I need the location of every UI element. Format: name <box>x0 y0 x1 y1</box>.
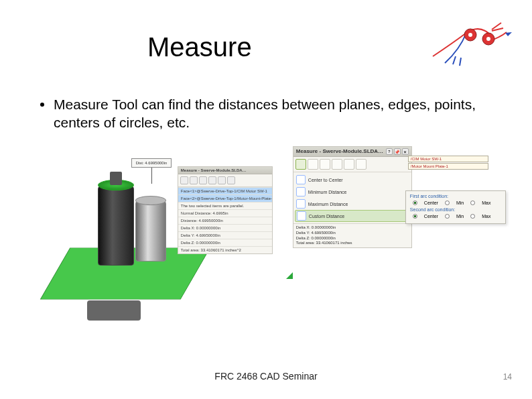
projected-button[interactable] <box>332 159 342 170</box>
panel2-toolbar <box>293 157 411 172</box>
distance-callout: Dist: 4.6995000in <box>131 158 172 168</box>
tool-icon[interactable] <box>218 176 226 184</box>
delta-readout: Delta X: 0.00000000in Delta Y: 4.6995000… <box>293 223 411 247</box>
menu-maximum-distance[interactable]: Maximum Distance <box>293 198 411 210</box>
total-area: Total area: 33.41060171 inches <box>296 241 409 246</box>
delta-x: Delta X: 0.00000000in <box>178 224 272 231</box>
note-text: The two selected items are parallel. <box>178 202 272 209</box>
figure-right: Measure - Swerve-Module.SLDA… ? 📌 ✕ <box>293 146 498 274</box>
menu-custom-distance[interactable]: Custom Distance <box>295 210 410 222</box>
radio-min-1[interactable] <box>445 201 450 205</box>
radio-label: Min <box>456 214 464 219</box>
first-arc-heading: First arc condition: <box>410 194 501 198</box>
panel2-title-text: Measure - Swerve-Module.SLDA… <box>296 148 383 155</box>
measure-mode-menu: Center to Center Minimum Distance Maximu… <box>293 172 411 223</box>
menu-center-to-center[interactable]: Center to Center <box>293 174 411 186</box>
tool-icon[interactable] <box>190 176 198 184</box>
min-icon <box>296 187 306 196</box>
selection-field-2[interactable]: /Motor Mount Plate-1 <box>408 163 488 170</box>
distance: Distance: 4.69950000in <box>178 217 272 224</box>
page-title: Measure <box>147 32 252 62</box>
radio-label: Max <box>482 201 490 205</box>
tool-icon[interactable] <box>199 176 207 184</box>
radio-min-2[interactable] <box>445 214 450 219</box>
second-arc-heading: Second arc condition: <box>410 207 501 212</box>
pin-icon[interactable]: 📌 <box>394 148 401 155</box>
radio-max-2[interactable] <box>470 214 475 219</box>
total-area: Total area: 33.41060171 inches^2 <box>178 246 272 253</box>
normal-distance: Normal Distance: 4.6995in <box>178 209 272 217</box>
tool-icon[interactable] <box>180 176 188 184</box>
measure-panel-left: Measure - Swerve-Module.SLDA… Face<1>@Sw… <box>178 166 273 254</box>
radio-label: Center <box>424 201 438 205</box>
hub-part <box>87 300 141 321</box>
bullet-dot-icon <box>40 103 44 107</box>
delta-z: Delta Z: 0.00000000in <box>296 236 409 241</box>
close-icon[interactable]: ✕ <box>402 148 409 155</box>
menu-label: Maximum Distance <box>308 202 348 207</box>
xyz-button[interactable] <box>320 159 330 170</box>
page-number: 14 <box>503 372 512 382</box>
bullet-item: Measure Tool can find the distances betw… <box>40 95 498 132</box>
selection-field-1[interactable]: /CIM Motor SW-1 <box>408 156 488 162</box>
selection-fields: /CIM Motor SW-1 /Motor Mount Plate-1 <box>408 156 488 170</box>
panel-title-bar: Measure - Swerve-Module.SLDA… <box>178 167 272 174</box>
menu-label: Center to Center <box>308 178 343 182</box>
radio-label: Center <box>424 214 438 219</box>
callout-leader <box>151 166 152 184</box>
sensor-button[interactable] <box>356 159 367 170</box>
help-icon[interactable]: ? <box>386 148 393 155</box>
slide: Measure Measure Tool can find the distan… <box>0 0 532 399</box>
first-arc-radios: Center Min Max <box>410 200 501 207</box>
menu-label: Minimum Distance <box>308 190 347 194</box>
arc-mode-button[interactable] <box>295 159 306 170</box>
panel-toolbar <box>178 174 272 187</box>
delta-y: Delta Y: 4.69950000in <box>296 231 409 236</box>
radio-label: Max <box>482 214 490 219</box>
motor-2-top <box>135 196 166 205</box>
footer-text: FRC 2468 CAD Seminar <box>0 371 532 382</box>
svg-point-3 <box>486 37 490 41</box>
motor-cylinder-2 <box>135 200 166 262</box>
team-logo <box>426 16 513 70</box>
svg-point-2 <box>468 33 472 37</box>
panel2-title-bar: Measure - Swerve-Module.SLDA… ? 📌 ✕ <box>293 147 411 157</box>
measure-panel-right: Measure - Swerve-Module.SLDA… ? 📌 ✕ <box>293 146 412 248</box>
delta-y: Delta Y: 4.69950000in <box>178 231 272 239</box>
panel-title-text: Measure - Swerve-Module.SLDA… <box>181 168 247 172</box>
motor-cylinder-1 <box>98 185 134 266</box>
max-icon <box>296 199 306 209</box>
delta-x: Delta X: 0.00000000in <box>296 225 409 231</box>
delta-z: Delta Z: 0.00000000in <box>178 239 272 246</box>
figure-left: Dist: 4.6995000in Measure - Swerve-Modul… <box>47 146 273 321</box>
units-button[interactable] <box>308 159 318 170</box>
menu-label: Custom Distance <box>309 214 344 219</box>
radio-center-2[interactable] <box>413 214 417 219</box>
arc-condition-flyout: First arc condition: Center Min Max Seco… <box>405 190 506 224</box>
motor-1-cap <box>110 172 122 185</box>
menu-minimum-distance[interactable]: Minimum Distance <box>293 186 411 198</box>
corner-mark-icon <box>286 272 293 279</box>
selection-1[interactable]: Face<1>@Swerve-Drive-Top-1/CIM Motor SW-… <box>178 187 272 194</box>
second-arc-radios: Center Min Max <box>410 213 501 221</box>
center-icon <box>296 175 306 184</box>
radio-center-1[interactable] <box>413 201 417 205</box>
history-button[interactable] <box>344 159 354 170</box>
selection-2[interactable]: Face<2>@Swerve-Drive-Top-1/Motor-Mount-P… <box>178 194 272 202</box>
tool-icon[interactable] <box>208 176 216 184</box>
tool-icon[interactable] <box>227 176 235 184</box>
radio-max-1[interactable] <box>470 201 475 205</box>
custom-icon <box>297 211 306 221</box>
figure-row: Dist: 4.6995000in Measure - Swerve-Modul… <box>47 146 498 321</box>
bullet-text: Measure Tool can find the distances betw… <box>54 95 498 132</box>
radio-label: Min <box>456 201 464 205</box>
